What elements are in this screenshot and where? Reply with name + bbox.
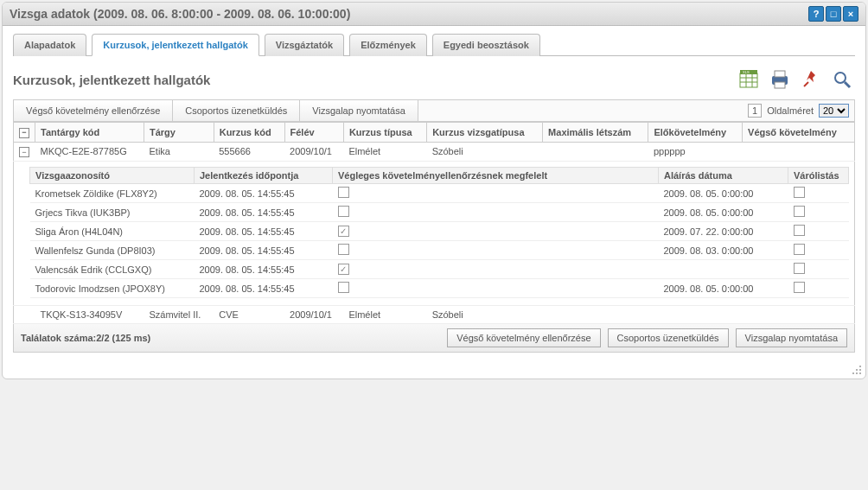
svg-point-17 <box>856 372 858 374</box>
col-vegso-kovetelmeny[interactable]: Végső követelmény <box>743 123 855 143</box>
svg-point-11 <box>835 73 846 83</box>
col-kurzus-kod[interactable]: Kurzus kód <box>214 123 284 143</box>
subtab-vizsgalap[interactable]: Vizsgalap nyomtatása <box>300 100 418 121</box>
page-number[interactable]: 1 <box>748 104 762 118</box>
list-item[interactable]: Valencsák Edrik (CCLGXQ)2009. 08. 05. 14… <box>30 260 849 279</box>
resize-grip-icon[interactable] <box>852 365 862 375</box>
print-icon[interactable] <box>767 67 793 92</box>
svg-rect-9 <box>775 82 785 88</box>
help-button[interactable]: ? <box>808 6 824 22</box>
sub-grid: Vizsgaazonosító Jelentkezés időpontja Vé… <box>29 167 849 298</box>
checkbox[interactable] <box>794 244 805 255</box>
svg-rect-0 <box>740 73 757 87</box>
main-tabs: Alapadatok Kurzusok, jelentkezett hallga… <box>13 33 855 56</box>
tab-egyedi[interactable]: Egyedi beosztások <box>432 34 540 56</box>
table-row[interactable]: − MKQC-E2E-87785G Etika 555666 2009/10/1… <box>14 142 855 162</box>
window-title: Vizsga adatok (2009. 08. 06. 8:00:00 - 2… <box>10 7 350 21</box>
table-row[interactable]: TKQK-S13-34095V Számvitel II. CVE 2009/1… <box>14 306 855 324</box>
col-tantargy-kod[interactable]: Tantárgy kód <box>35 123 144 143</box>
col-felev[interactable]: Félév <box>284 123 343 143</box>
checkbox[interactable]: ✓ <box>338 226 349 237</box>
checkbox[interactable]: ✓ <box>338 264 349 275</box>
checkbox[interactable] <box>794 225 805 236</box>
content: Alapadatok Kurzusok, jelentkezett hallga… <box>3 26 865 379</box>
checkbox[interactable] <box>794 187 805 198</box>
search-icon[interactable] <box>829 67 855 92</box>
titlebar: Vizsga adatok (2009. 08. 06. 8:00:00 - 2… <box>3 3 865 26</box>
subtab-vegso[interactable]: Végső követelmény ellenőrzése <box>14 100 173 121</box>
svg-point-16 <box>852 372 854 374</box>
tab-alapadatok[interactable]: Alapadatok <box>13 34 86 56</box>
checkbox[interactable] <box>338 206 349 217</box>
subcol-vizsgaazonosito[interactable]: Vizsgaazonosító <box>30 168 195 184</box>
checkbox[interactable] <box>338 282 349 293</box>
close-button[interactable]: × <box>843 6 858 22</box>
footer-btn-csoportos[interactable]: Csoportos üzenetküldés <box>608 328 729 347</box>
toolbar-icons: XLS <box>736 67 855 92</box>
pin-icon[interactable] <box>798 67 824 92</box>
checkbox[interactable] <box>338 187 349 198</box>
sub-tabs: Végső követelmény ellenőrzése Csoportos … <box>14 100 418 121</box>
result-count: Találatok száma:2/2 (125 ms) <box>21 333 150 343</box>
dialog-window: Vizsga adatok (2009. 08. 06. 8:00:00 - 2… <box>2 2 866 379</box>
page-size-select[interactable]: 20 <box>819 104 849 118</box>
checkbox[interactable] <box>794 282 805 293</box>
export-xls-icon[interactable]: XLS <box>736 67 762 92</box>
section-title: Kurzusok, jelentkezett hallgatók <box>13 73 210 87</box>
col-max-letszam[interactable]: Maximális létszám <box>543 123 648 143</box>
window-buttons: ? □ × <box>808 6 858 22</box>
sub-tabs-row: Végső követelmény ellenőrzése Csoportos … <box>13 99 855 122</box>
tab-elozmenyek[interactable]: Előzmények <box>349 34 427 56</box>
svg-point-18 <box>859 372 861 374</box>
svg-point-15 <box>859 369 861 371</box>
col-kurzus-tipusa[interactable]: Kurzus típusa <box>343 123 426 143</box>
list-item[interactable]: Todorovic Imodzsen (JPOX8Y)2009. 08. 05.… <box>30 279 849 298</box>
subtab-csoportos[interactable]: Csoportos üzenetküldés <box>173 100 300 121</box>
list-item[interactable]: Krometsek Zöldike (FLX8Y2)2009. 08. 05. … <box>30 184 849 203</box>
subcol-varolistas[interactable]: Várólistás <box>788 168 849 184</box>
subcol-jelentkezes[interactable]: Jelentkezés időpontja <box>195 168 333 184</box>
checkbox[interactable] <box>794 263 805 274</box>
tab-kurzusok[interactable]: Kurzusok, jelentkezett hallgatók <box>92 34 258 56</box>
footer-btn-vizsgalap[interactable]: Vizsgalap nyomtatása <box>736 328 847 347</box>
checkbox[interactable] <box>794 206 805 217</box>
svg-point-13 <box>859 366 861 367</box>
checkbox[interactable] <box>338 244 349 255</box>
footer-btn-vegso[interactable]: Végső követelmény ellenőrzése <box>447 328 600 347</box>
grid-footer: Találatok száma:2/2 (125 ms) Végső követ… <box>13 324 855 353</box>
maximize-button[interactable]: □ <box>826 6 841 22</box>
svg-line-12 <box>845 82 850 87</box>
page-size-label: Oldalméret <box>767 105 814 116</box>
tab-vizsgaztatok[interactable]: Vizsgáztatók <box>265 34 344 56</box>
main-grid: − Tantárgy kód Tárgy Kurzus kód Félév Ku… <box>13 122 855 324</box>
col-targy[interactable]: Tárgy <box>144 123 214 143</box>
pager: 1 Oldalméret 20 <box>743 104 854 118</box>
list-item[interactable]: Wallenfelsz Gunda (DP8I03)2009. 08. 05. … <box>30 241 849 260</box>
subcol-alairas[interactable]: Aláírás dátuma <box>659 168 788 184</box>
collapse-all-icon[interactable]: − <box>19 128 29 138</box>
svg-rect-8 <box>775 71 785 77</box>
section-head: Kurzusok, jelentkezett hallgatók XLS <box>13 67 855 92</box>
col-kurzus-vizsgatipusa[interactable]: Kurzus vizsgatípusa <box>427 123 543 143</box>
subcol-vegleges[interactable]: Végleges követelményellenőrzésnek megfel… <box>333 168 659 184</box>
svg-point-14 <box>856 369 858 371</box>
svg-line-10 <box>804 82 808 86</box>
col-elokovetelmeny[interactable]: Előkövetelmény <box>648 123 743 143</box>
list-item[interactable]: Sliga Áron (H4L04N)2009. 08. 05. 14:55:4… <box>30 222 849 241</box>
collapse-row-icon[interactable]: − <box>19 147 29 157</box>
list-item[interactable]: Grjecs Tikva (IUK3BP)2009. 08. 05. 14:55… <box>30 203 849 222</box>
subgrid-row: Vizsgaazonosító Jelentkezés időpontja Vé… <box>14 162 855 306</box>
